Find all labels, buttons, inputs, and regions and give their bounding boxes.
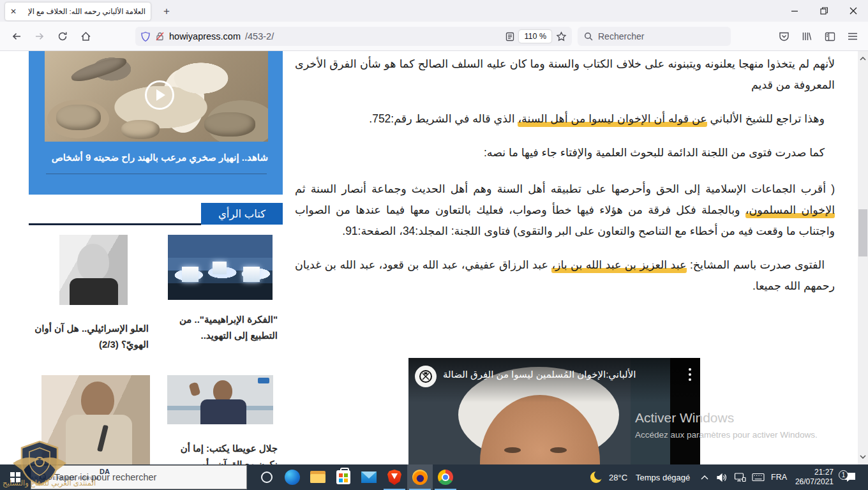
chrome-icon bbox=[438, 470, 453, 485]
firefox-window: ✕ العلامة الألباني رحمه الله: الخلاف مع … bbox=[0, 0, 868, 490]
article-thumbnail-portrait[interactable] bbox=[59, 235, 128, 305]
touch-keyboard-icon[interactable] bbox=[752, 464, 765, 490]
browser-search-bar[interactable]: Rechercher bbox=[578, 27, 731, 46]
bookmark-star-icon[interactable] bbox=[556, 31, 567, 41]
article-title[interactable]: "الفكرة الإبراهيمية".. من التطبيع إلى ال… bbox=[164, 311, 278, 343]
article-thumbnail-speaker-hand[interactable] bbox=[167, 375, 273, 424]
highlighted-text: الإخوان المسلمون، bbox=[745, 204, 835, 218]
tab-close-icon[interactable]: ✕ bbox=[10, 8, 17, 15]
article-title[interactable]: جلال عويطا يكتب: إما أن نكون مع القرآن..… bbox=[164, 440, 278, 464]
forward-button[interactable] bbox=[31, 27, 49, 45]
taskbar-chrome[interactable] bbox=[433, 464, 458, 490]
article-title[interactable]: العلو الإسرائيلي.. هل آن أوان الهويّ؟ (2… bbox=[29, 320, 149, 352]
search-icon bbox=[584, 32, 593, 41]
taskbar-brave[interactable] bbox=[382, 464, 407, 490]
weather-tray-item[interactable] bbox=[590, 464, 602, 490]
tab-bar: ✕ العلامة الألباني رحمه الله: الخلاف مع … bbox=[0, 0, 868, 22]
weather-desc[interactable]: Temps dégagé bbox=[636, 464, 690, 490]
cortana-icon bbox=[261, 471, 273, 483]
taskbar-mail[interactable] bbox=[356, 464, 382, 490]
taskbar-edge[interactable] bbox=[280, 464, 305, 490]
page-content: لأنهم لم يتخذوا منهجا يعلنونه ويتبنونه ع… bbox=[0, 51, 858, 464]
article-body: لأنهم لم يتخذوا منهجا يعلنونه ويتبنونه ع… bbox=[295, 54, 835, 309]
weather-moon-icon bbox=[590, 471, 602, 483]
cortana-button[interactable] bbox=[254, 464, 280, 490]
restore-button[interactable] bbox=[809, 0, 839, 22]
tracking-shield-icon[interactable] bbox=[140, 31, 151, 42]
library-icon[interactable] bbox=[798, 27, 816, 45]
sidebar-toggle-icon[interactable] bbox=[821, 27, 839, 45]
brave-icon bbox=[387, 470, 401, 485]
menu-hamburger-icon[interactable] bbox=[844, 27, 862, 45]
divider bbox=[46, 174, 267, 174]
channel-avatar[interactable] bbox=[415, 366, 437, 387]
taskbar-clock[interactable]: 21:27 26/07/2021 bbox=[791, 464, 834, 490]
video-title[interactable]: الألباني:الإخوان المُسلمين ليسوا من الفِ… bbox=[443, 369, 636, 380]
url-domain: howiyapress.com bbox=[169, 31, 241, 41]
reader-mode-icon[interactable] bbox=[505, 32, 514, 41]
zoom-level-badge[interactable]: 110 % bbox=[519, 30, 551, 43]
edge-icon bbox=[285, 470, 300, 485]
scroll-down-arrow[interactable] bbox=[858, 452, 868, 462]
tab-title: العلامة الألباني رحمه الله: الخلاف مع ال… bbox=[20, 7, 146, 16]
tray-chevron-up[interactable] bbox=[701, 464, 708, 490]
notification-badge: 1 bbox=[839, 470, 848, 480]
video-title-gradient bbox=[408, 358, 700, 403]
taskbar-file-explorer[interactable] bbox=[305, 464, 331, 490]
minimize-button[interactable] bbox=[780, 0, 809, 22]
action-center-button[interactable]: 1 bbox=[844, 464, 868, 490]
clock-time: 21:27 bbox=[814, 468, 834, 477]
activation-line2: Accédez aux paramètres pour activer Wind… bbox=[635, 430, 818, 440]
article-paragraph: الفتوى صدرت باسم المشايخ: عبد العزيز بن … bbox=[295, 255, 835, 297]
navigation-toolbar: howiyapress.com/453-2/ 110 % Rechercher bbox=[0, 22, 868, 51]
article-thumbnail-abrahamic[interactable] bbox=[168, 235, 273, 300]
scroll-up-arrow[interactable] bbox=[858, 54, 868, 64]
opinion-section-header[interactable]: كتاب الرأي bbox=[201, 203, 283, 225]
insecure-lock-icon[interactable] bbox=[155, 31, 165, 41]
highlighted-text: عن قوله أن الإخوان ليسوا من أهل السنة، bbox=[518, 112, 707, 127]
article-paragraph: وهذا تراجع للشيخ الألباني عن قوله أن الإ… bbox=[295, 108, 835, 130]
home-button[interactable] bbox=[77, 27, 94, 45]
reload-button[interactable] bbox=[54, 27, 71, 45]
file-explorer-icon bbox=[310, 471, 326, 484]
article-paragraph: ( أقرب الجماعات الإسلامية إلى الحق وأحرص… bbox=[295, 179, 835, 242]
scrollbar-thumb[interactable] bbox=[858, 209, 867, 256]
clock-date: 26/07/2021 bbox=[795, 477, 834, 487]
windows-taskbar: Taper ici pour rechercher 28°C Temps dég… bbox=[0, 464, 868, 490]
article-paragraph: كما صدرت فتوى من اللجنة الدائمة للبحوث ا… bbox=[295, 142, 835, 163]
weather-temp[interactable]: 28°C bbox=[609, 464, 627, 490]
pocket-icon[interactable] bbox=[775, 27, 793, 45]
play-circle-icon[interactable] bbox=[145, 80, 174, 110]
video-menu-icon[interactable] bbox=[689, 368, 691, 383]
article-paragraph: لأنهم لم يتخذوا منهجا يعلنونه ويتبنونه ع… bbox=[295, 54, 835, 96]
section-underline bbox=[29, 223, 201, 225]
taskbar-ms-store[interactable] bbox=[331, 464, 356, 490]
new-tab-button[interactable]: + bbox=[158, 4, 175, 19]
featured-video-caption[interactable]: شاهد.. إنهيار صخري مرعب بالهند راح ضحيته… bbox=[45, 151, 268, 165]
firefox-icon bbox=[412, 470, 428, 485]
forum-watermark-da: DA bbox=[100, 468, 110, 475]
featured-video-widget[interactable]: شاهد.. إنهيار صخري مرعب بالهند راح ضحيته… bbox=[29, 51, 283, 195]
video-frame-art bbox=[550, 447, 567, 453]
window-controls bbox=[780, 0, 868, 22]
taskbar-firefox-active[interactable] bbox=[407, 464, 433, 490]
highlighted-text: عبد العزيز بن عبد الله بن باز، bbox=[551, 258, 686, 273]
network-icon[interactable] bbox=[734, 464, 746, 490]
volume-icon[interactable] bbox=[716, 464, 728, 490]
forum-watermark-arabic: المنتدى العربي للدفاع والتسليح bbox=[3, 479, 96, 487]
mail-icon bbox=[361, 471, 377, 483]
back-button[interactable] bbox=[8, 27, 26, 45]
store-icon bbox=[336, 470, 350, 484]
url-bar[interactable]: howiyapress.com/453-2/ 110 % bbox=[135, 27, 572, 46]
active-tab[interactable]: ✕ العلامة الألباني رحمه الله: الخلاف مع … bbox=[5, 3, 151, 20]
vertical-scrollbar[interactable] bbox=[858, 51, 868, 464]
search-placeholder: Rechercher bbox=[598, 31, 644, 41]
video-frame-art bbox=[504, 447, 521, 453]
activation-line1: Activer Windows bbox=[635, 410, 818, 426]
url-path: /453-2/ bbox=[245, 31, 274, 41]
windows-activation-watermark: Activer Windows Accédez aux paramètres p… bbox=[635, 410, 818, 440]
close-button[interactable] bbox=[839, 0, 868, 22]
language-indicator[interactable]: FRA bbox=[771, 464, 787, 490]
